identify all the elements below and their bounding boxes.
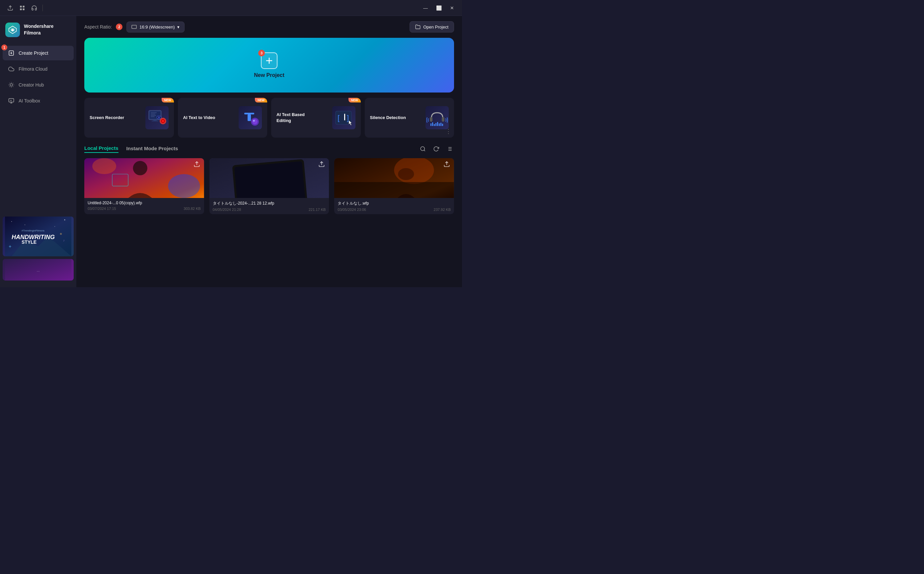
- aspect-ratio-badge: 2: [116, 24, 122, 30]
- ai-text-video-label: AI Text to Video: [183, 115, 215, 121]
- svg-rect-71: [442, 124, 443, 126]
- svg-rect-68: [437, 122, 438, 126]
- new-project-label: New Project: [254, 72, 285, 78]
- svg-rect-70: [440, 123, 441, 126]
- project-2-info: タイトルなし-2024-...21 28 12.wfp 04/05/2024 2…: [209, 198, 329, 214]
- silence-detection-more-button[interactable]: ⋮: [445, 128, 451, 135]
- upload-icon[interactable]: [6, 4, 14, 12]
- aspect-ratio-dropdown[interactable]: 16:9 (Widescreen) ▾: [127, 22, 185, 33]
- project-2-size: 221.17 KB: [309, 208, 326, 211]
- filmora-cloud-icon: [8, 66, 14, 72]
- svg-rect-66: [434, 124, 435, 126]
- project-3-info: タイトルなし.wfp 03/05/2024 23:06 237.92 KB: [334, 198, 454, 214]
- feature-card-ai-text-editing[interactable]: NEW AI Text Based Editing [ ]: [271, 98, 361, 137]
- svg-point-23: [11, 221, 12, 222]
- project-card-2[interactable]: タイトルなし-2024-...21 28 12.wfp 04/05/2024 2…: [209, 158, 329, 214]
- nav-creator-hub[interactable]: Creator Hub: [3, 77, 74, 92]
- svg-rect-36: [132, 25, 136, 28]
- ai-text-editing-visual: [ ]: [332, 106, 356, 129]
- main-content: Aspect Ratio: 2 16:9 (Widescreen) ▾ Open…: [76, 16, 462, 287]
- svg-line-19: [13, 83, 13, 83]
- project-2-upload-icon: [318, 161, 326, 169]
- tab-instant-mode[interactable]: Instant Mode Projects: [127, 145, 178, 153]
- svg-rect-53: [248, 114, 251, 121]
- apps-icon[interactable]: [19, 4, 26, 12]
- project-2-date: 04/05/2024 21:28: [213, 208, 241, 211]
- project-1-date: 03/07/2024 17:15: [88, 207, 116, 211]
- ai-toolbox-icon: AI: [8, 98, 14, 104]
- aspect-ratio-value: 16:9 (Widescreen): [139, 25, 174, 30]
- tab-local-projects[interactable]: Local Projects: [84, 145, 119, 153]
- hero-banner[interactable]: 3 New Project: [84, 38, 454, 93]
- open-project-button[interactable]: Open Project: [410, 21, 454, 33]
- nav-ai-toolbox[interactable]: AI AI Toolbox: [3, 93, 74, 108]
- svg-point-83: [133, 161, 147, 175]
- svg-rect-69: [439, 123, 440, 126]
- feature-card-silence-detection[interactable]: Silence Detection: [365, 98, 454, 137]
- feature-card-ai-text-video[interactable]: NEW AI Text to Video: [178, 98, 267, 137]
- sidebar-thumb-1[interactable]: #TrendinginFilmora HANDWRITING STYLE ✦ ♪…: [3, 216, 74, 256]
- svg-text:...: ...: [36, 268, 40, 272]
- nav-creator-hub-label: Creator Hub: [19, 82, 44, 88]
- sidebar: Wondershare Filmora 1 Create Project Fil…: [0, 16, 76, 287]
- aspect-ratio-area: Aspect Ratio: 2 16:9 (Widescreen) ▾: [84, 22, 185, 33]
- svg-rect-47: [153, 120, 157, 121]
- close-button[interactable]: ✕: [446, 2, 458, 14]
- svg-rect-44: [151, 117, 155, 117]
- svg-point-81: [92, 158, 116, 174]
- svg-text:⊕: ⊕: [60, 232, 62, 235]
- svg-line-18: [9, 87, 9, 87]
- screen-recorder-visual: [146, 106, 169, 129]
- screen-recorder-new-ribbon: NEW: [161, 98, 174, 102]
- svg-point-51: [162, 120, 164, 122]
- project-1-name: Untitled-2024-...0 05(copy).wfp: [88, 200, 201, 205]
- app-name: Wondershare Filmora: [24, 23, 71, 36]
- projects-section: Local Projects Instant Mode Projects: [76, 144, 462, 214]
- svg-text:#TrendinginFilmora: #TrendinginFilmora: [22, 229, 44, 232]
- maximize-button[interactable]: ⬜: [433, 2, 445, 14]
- svg-rect-63: [442, 117, 445, 122]
- window-controls: — ⬜ ✕: [419, 2, 458, 14]
- nav-filmora-cloud-label: Filmora Cloud: [19, 66, 47, 72]
- svg-point-11: [10, 84, 13, 86]
- svg-rect-65: [432, 122, 433, 126]
- refresh-projects-icon[interactable]: [432, 144, 441, 153]
- project-2-name: タイトルなし-2024-...21 28 12.wfp: [213, 200, 326, 206]
- feature-card-screen-recorder[interactable]: NEW Screen Recorder: [84, 98, 174, 137]
- ai-text-editing-new-ribbon: NEW: [348, 98, 361, 102]
- svg-point-24: [54, 226, 55, 227]
- headphones-icon[interactable]: [30, 4, 38, 12]
- project-3-size: 237.92 KB: [434, 208, 451, 211]
- svg-text:AI: AI: [10, 99, 12, 101]
- project-1-info: Untitled-2024-...0 05(copy).wfp 03/07/20…: [84, 198, 204, 213]
- project-thumb-2: [209, 158, 329, 198]
- nav-create-project-label: Create Project: [19, 50, 48, 56]
- hero-badge-num: 3: [258, 50, 265, 56]
- svg-point-26: [25, 224, 25, 225]
- nav-filmora-cloud[interactable]: Filmora Cloud: [3, 62, 74, 76]
- titlebar-separator: [43, 5, 43, 11]
- list-view-icon[interactable]: [445, 144, 454, 153]
- svg-point-56: [253, 120, 255, 122]
- svg-rect-64: [430, 123, 432, 126]
- create-project-badge: 1: [1, 44, 7, 50]
- nav-create-project[interactable]: 1 Create Project: [3, 46, 74, 60]
- project-3-upload-icon: [443, 161, 451, 169]
- hero-content: 3 New Project: [254, 52, 285, 78]
- project-3-name: タイトルなし.wfp: [337, 200, 451, 206]
- projects-tabs: Local Projects Instant Mode Projects: [84, 145, 178, 153]
- minimize-button[interactable]: —: [419, 2, 432, 14]
- svg-rect-4: [23, 8, 25, 10]
- creator-hub-icon: [8, 82, 14, 88]
- top-bar: Aspect Ratio: 2 16:9 (Widescreen) ▾ Open…: [76, 16, 462, 38]
- svg-rect-42: [151, 114, 155, 114]
- svg-rect-92: [334, 182, 454, 198]
- sidebar-thumb-2[interactable]: ...: [3, 259, 74, 281]
- new-project-plus: 3: [261, 52, 277, 69]
- silence-detection-visual: [426, 106, 449, 129]
- project-card-3[interactable]: タイトルなし.wfp 03/05/2024 23:06 237.92 KB: [334, 158, 454, 214]
- project-card-1[interactable]: Untitled-2024-...0 05(copy).wfp 03/07/20…: [84, 158, 204, 214]
- svg-point-55: [252, 119, 258, 125]
- search-projects-icon[interactable]: [418, 144, 427, 153]
- svg-point-82: [168, 174, 200, 198]
